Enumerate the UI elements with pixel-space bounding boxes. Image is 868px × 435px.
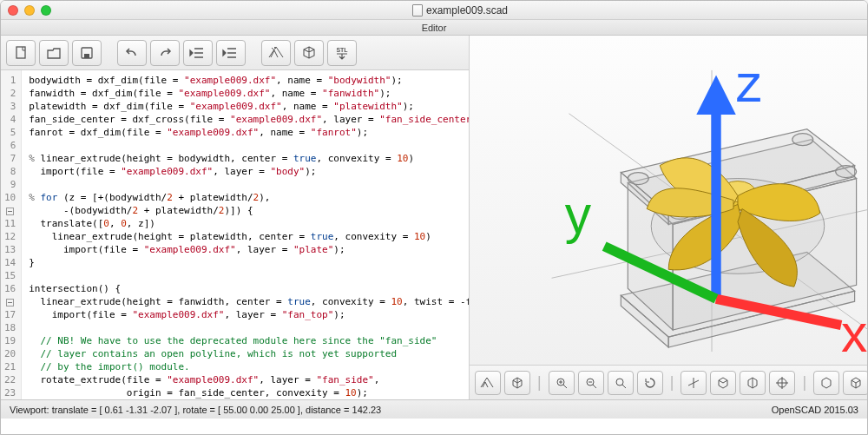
code-editor[interactable]: 1234567891011121314151617181920212223242… bbox=[1, 70, 469, 399]
show-crosshair-button[interactable] bbox=[769, 371, 795, 395]
status-bar: Viewport: translate = [ 0.61 -1.31 -2.07… bbox=[1, 399, 867, 419]
line-number: 12 bbox=[4, 230, 16, 243]
code-line: linear_extrude(height = fanwidth, center… bbox=[29, 295, 469, 308]
line-number: 2 bbox=[4, 87, 16, 100]
reset-view-button[interactable] bbox=[637, 371, 663, 395]
code-line: // by the import() module. bbox=[29, 360, 469, 373]
axis-z-label: z bbox=[736, 54, 762, 113]
code-line: platewidth = dxf_dim(file = "example009.… bbox=[29, 100, 469, 113]
code-line: intersection() { bbox=[29, 282, 469, 295]
show-edges-button[interactable] bbox=[813, 371, 839, 395]
code-line bbox=[29, 269, 469, 282]
zoom-in-button[interactable] bbox=[549, 371, 575, 395]
new-button[interactable] bbox=[6, 40, 36, 66]
version-label: OpenSCAD 2015.03 bbox=[772, 405, 858, 415]
svg-rect-2 bbox=[84, 54, 89, 58]
code-line: fanrot = dxf_dim(file = "example009.dxf"… bbox=[29, 126, 469, 139]
code-line: import(file = "example009.dxf", layer = … bbox=[29, 165, 469, 178]
indent-button[interactable] bbox=[216, 40, 246, 66]
document-icon bbox=[412, 4, 423, 16]
code-line bbox=[29, 139, 469, 152]
axis-gizmo: z x y bbox=[470, 36, 868, 365]
outdent-button[interactable] bbox=[183, 40, 213, 66]
line-number: 11 bbox=[4, 204, 16, 230]
code-line: fan_side_center = dxf_cross(file = "exam… bbox=[29, 113, 469, 126]
code-content[interactable]: bodywidth = dxf_dim(file = "example009.d… bbox=[22, 70, 469, 399]
code-line: origin = fan_side_center, convexity = 10… bbox=[29, 386, 469, 399]
axis-x-label: x bbox=[841, 304, 867, 363]
view-bottom-button[interactable] bbox=[740, 371, 766, 395]
close-button[interactable] bbox=[8, 5, 18, 16]
panel-title-editor: Editor bbox=[1, 20, 867, 36]
line-number: 15 bbox=[4, 269, 16, 282]
stl-export-button[interactable]: STL bbox=[327, 40, 357, 66]
code-line bbox=[29, 321, 469, 334]
line-number: 21 bbox=[4, 360, 16, 373]
svg-marker-24 bbox=[696, 75, 735, 114]
line-gutter: 1234567891011121314151617181920212223242… bbox=[1, 70, 22, 399]
code-line: // NB! We have to use the deprecated mod… bbox=[29, 334, 469, 347]
code-line: translate([0, 0, z]) bbox=[29, 217, 469, 230]
code-line: fanwidth = dxf_dim(file = "example009.dx… bbox=[29, 87, 469, 100]
zoom-button[interactable] bbox=[41, 5, 51, 16]
view-preview-button[interactable] bbox=[475, 371, 501, 395]
line-number: 10 bbox=[4, 191, 16, 204]
code-line: } bbox=[29, 256, 469, 269]
toolbar-separator: | bbox=[537, 373, 542, 392]
window-controls bbox=[8, 5, 51, 16]
panel-title-text: Editor bbox=[422, 23, 447, 33]
3d-viewport[interactable]: z x y bbox=[470, 36, 868, 365]
workspace: STL 123456789101112131415161718192021222… bbox=[1, 36, 867, 399]
line-number: 23 bbox=[4, 386, 16, 399]
line-number: 1 bbox=[4, 74, 16, 87]
preview-button[interactable] bbox=[261, 40, 291, 66]
redo-button[interactable] bbox=[150, 40, 180, 66]
line-number: 17 bbox=[4, 295, 16, 321]
code-line: import(file = "example009.dxf", layer = … bbox=[29, 308, 469, 321]
code-line bbox=[29, 178, 469, 191]
svg-line-26 bbox=[604, 247, 716, 300]
svg-text:STL: STL bbox=[336, 47, 348, 53]
code-line: // layer contains an open polyline, whic… bbox=[29, 347, 469, 360]
wireframe-button[interactable] bbox=[843, 371, 868, 395]
line-number: 14 bbox=[4, 256, 16, 269]
code-line: -(bodywidth/2 + platewidth/2)]) { bbox=[29, 204, 469, 217]
line-number: 13 bbox=[4, 243, 16, 256]
view-top-button[interactable] bbox=[710, 371, 736, 395]
editor-toolbar: STL bbox=[1, 36, 469, 70]
svg-line-25 bbox=[716, 299, 841, 325]
line-number: 16 bbox=[4, 282, 16, 295]
line-number: 7 bbox=[4, 152, 16, 165]
viewport-panel: z x y | | | bbox=[470, 36, 868, 399]
zoom-fit-button[interactable] bbox=[608, 371, 634, 395]
code-line: % linear_extrude(height = bodywidth, cen… bbox=[29, 152, 469, 165]
viewport-toolbar: | | | bbox=[470, 365, 868, 399]
line-number: 5 bbox=[4, 126, 16, 139]
code-line: linear_extrude(height = platewidth, cent… bbox=[29, 230, 469, 243]
code-line: % for (z = [+(bodywidth/2 + platewidth/2… bbox=[29, 191, 469, 204]
titlebar: example009.scad bbox=[1, 1, 867, 20]
viewport-status-text: Viewport: translate = [ 0.61 -1.31 -2.07… bbox=[10, 405, 381, 415]
zoom-out-button[interactable] bbox=[578, 371, 604, 395]
line-number: 9 bbox=[4, 178, 16, 191]
axis-y-label: y bbox=[565, 185, 592, 244]
window-title: example009.scad bbox=[60, 4, 860, 16]
line-number: 20 bbox=[4, 347, 16, 360]
line-number: 18 bbox=[4, 321, 16, 334]
minimize-button[interactable] bbox=[24, 5, 35, 16]
code-line: import(file = "example009.dxf", layer = … bbox=[29, 243, 469, 256]
editor-panel: STL 123456789101112131415161718192021222… bbox=[1, 36, 470, 399]
code-line: bodywidth = dxf_dim(file = "example009.d… bbox=[29, 74, 469, 87]
save-button[interactable] bbox=[72, 40, 102, 66]
window-title-text: example009.scad bbox=[426, 4, 508, 16]
open-button[interactable] bbox=[39, 40, 69, 66]
svg-rect-0 bbox=[16, 47, 25, 58]
line-number: 3 bbox=[4, 100, 16, 113]
toggle-axes-button[interactable] bbox=[681, 371, 707, 395]
undo-button[interactable] bbox=[117, 40, 147, 66]
line-number: 19 bbox=[4, 334, 16, 347]
svg-point-29 bbox=[616, 379, 623, 386]
toolbar-separator: | bbox=[802, 373, 806, 392]
render-button[interactable] bbox=[294, 40, 324, 66]
view-render-button[interactable] bbox=[504, 371, 530, 395]
